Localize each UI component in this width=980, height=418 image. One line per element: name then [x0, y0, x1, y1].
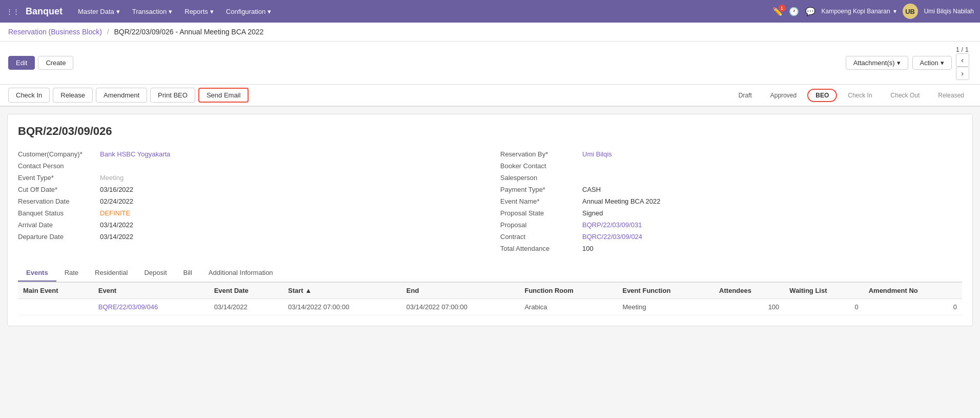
- banquet-status-value: DEFINITE: [100, 209, 130, 217]
- brand-name: Banquet: [26, 6, 63, 17]
- field-total-attendance: Total Attendance 100: [500, 243, 962, 254]
- proposal-value[interactable]: BQRP/22/03/09/031: [582, 221, 642, 229]
- field-arrival-date: Arrival Date 03/14/2022: [18, 219, 480, 231]
- action-button[interactable]: Action ▾: [912, 56, 952, 70]
- field-cutoff-date: Cut Off Date* 03/16/2022: [18, 184, 480, 195]
- cutoff-date-value: 03/16/2022: [100, 186, 133, 193]
- avatar[interactable]: UB: [903, 4, 918, 19]
- attachments-button[interactable]: Attachment(s) ▾: [846, 56, 908, 70]
- page-info: 1 / 1: [956, 46, 969, 53]
- amendment-button[interactable]: Amendment: [96, 88, 147, 103]
- field-reservation-date: Reservation Date 02/24/2022: [18, 195, 480, 207]
- total-attendance-value: 100: [582, 245, 594, 252]
- field-proposal: Proposal BQRP/22/03/09/031: [500, 219, 962, 231]
- top-right-icons: ✏️ 1 🕐 💬 Kampoeng Kopi Banaran ▾ UB Umi …: [772, 4, 974, 19]
- payment-type-value: CASH: [582, 186, 601, 193]
- right-fields: Reservation By* Umi Bilqis Booker Contac…: [500, 148, 962, 254]
- tab-bill[interactable]: Bill: [175, 265, 200, 282]
- col-start[interactable]: Start ▲: [283, 283, 401, 299]
- contract-value[interactable]: BQRC/22/03/09/024: [582, 233, 642, 241]
- event-name-value: Annual Meeting BCA 2022: [582, 197, 661, 205]
- status-released: Released: [930, 89, 972, 102]
- reservation-date-value: 02/24/2022: [100, 197, 133, 205]
- cell-waiting-list: 0: [784, 299, 863, 315]
- field-departure-date: Departure Date 03/14/2022: [18, 231, 480, 243]
- action-bar: Edit Create Attachment(s) ▾ Action ▾ 1 /…: [0, 42, 980, 85]
- prev-page-button[interactable]: ‹: [956, 53, 969, 67]
- breadcrumb-bar: Reservation (Business Block) / BQR/22/03…: [0, 23, 980, 42]
- tab-residential[interactable]: Residential: [87, 265, 136, 282]
- right-actions: Attachment(s) ▾ Action ▾ 1 / 1 ‹ ›: [846, 46, 972, 80]
- tab-events[interactable]: Events: [18, 265, 56, 282]
- workflow-buttons: Check In Release Amendment Print BEO Sen…: [8, 88, 249, 103]
- app-grid-icon[interactable]: ⋮⋮: [6, 8, 19, 15]
- field-customer: Customer(Company)* Bank HSBC Yogyakarta: [18, 148, 480, 160]
- chevron-down-icon: ▾: [116, 8, 120, 15]
- cell-event-function: Meeting: [617, 299, 714, 315]
- next-page-button[interactable]: ›: [956, 67, 969, 80]
- table-row: BQRE/22/03/09/046 03/14/2022 03/14/2022 …: [18, 299, 962, 315]
- event-type-value: Meeting: [100, 174, 124, 182]
- cell-start: 03/14/2022 07:00:00: [283, 299, 401, 315]
- create-button[interactable]: Create: [38, 56, 73, 70]
- main-content: BQR/22/03/09/026 Customer(Company)* Bank…: [7, 114, 973, 326]
- field-reservation-by: Reservation By* Umi Bilqis: [500, 148, 962, 160]
- status-check-in: Check In: [840, 89, 880, 102]
- col-function-room: Function Room: [519, 283, 617, 299]
- breadcrumb-current: BQR/22/03/09/026 - Annual Meeting BCA 20…: [114, 28, 264, 36]
- send-email-button[interactable]: Send Email: [198, 88, 249, 103]
- field-event-type: Event Type* Meeting: [18, 172, 480, 184]
- col-waiting-list: Waiting List: [784, 283, 863, 299]
- breadcrumb-parent[interactable]: Reservation (Business Block): [8, 28, 102, 36]
- nav-master-data[interactable]: Master Data ▾: [73, 5, 125, 18]
- customer-value[interactable]: Bank HSBC Yogyakarta: [100, 150, 170, 158]
- arrival-date-value: 03/14/2022: [100, 221, 133, 229]
- field-proposal-state: Proposal State Signed: [500, 207, 962, 219]
- clock-icon[interactable]: 🕐: [789, 7, 799, 16]
- edit-notification-icon[interactable]: ✏️ 1: [772, 7, 783, 16]
- chevron-down-icon: ▾: [169, 8, 172, 15]
- col-event-date[interactable]: Event Date: [209, 283, 283, 299]
- reservation-by-value[interactable]: Umi Bilqis: [582, 150, 612, 158]
- release-button[interactable]: Release: [53, 88, 93, 103]
- status-check-out: Check Out: [883, 89, 928, 102]
- nav-menu: Master Data ▾ Transaction ▾ Reports ▾ Co…: [73, 5, 772, 18]
- check-in-button[interactable]: Check In: [8, 88, 50, 103]
- col-attendees: Attendees: [714, 283, 784, 299]
- tab-additional-info[interactable]: Additional Information: [200, 265, 281, 282]
- chevron-down-icon: ▾: [210, 8, 214, 15]
- field-booker-contact: Booker Contact: [500, 160, 962, 172]
- nav-configuration[interactable]: Configuration ▾: [221, 5, 276, 18]
- chevron-down-icon: ▾: [268, 8, 271, 15]
- cell-attendees: 100: [714, 299, 784, 315]
- col-amendment-no: Amendment No: [864, 283, 962, 299]
- chevron-down-icon: ▾: [893, 8, 896, 15]
- edit-create-buttons: Edit Create: [8, 56, 73, 70]
- page-navigation: 1 / 1 ‹ ›: [956, 46, 972, 80]
- nav-transaction[interactable]: Transaction ▾: [127, 5, 177, 18]
- col-event-function: Event Function: [617, 283, 714, 299]
- cell-function-room: Arabica: [519, 299, 617, 315]
- tab-rate[interactable]: Rate: [56, 265, 87, 282]
- status-approved: Approved: [763, 89, 804, 102]
- chat-icon[interactable]: 💬: [805, 7, 815, 16]
- col-main-event: Main Event: [18, 283, 93, 299]
- edit-button[interactable]: Edit: [8, 56, 35, 70]
- company-selector[interactable]: Kampoeng Kopi Banaran ▾: [822, 8, 896, 15]
- user-name: Umi Bilqis Nabilah: [924, 8, 974, 15]
- cell-event[interactable]: BQRE/22/03/09/046: [93, 299, 209, 315]
- events-table: Main Event Event Event Date Start ▲ End …: [18, 282, 962, 315]
- col-event: Event: [93, 283, 209, 299]
- print-beo-button[interactable]: Print BEO: [150, 88, 195, 103]
- cell-main-event: [18, 299, 93, 315]
- workflow-bar: Check In Release Amendment Print BEO Sen…: [0, 85, 980, 107]
- top-navigation: ⋮⋮ Banquet Master Data ▾ Transaction ▾ R…: [0, 0, 980, 23]
- cell-amendment-no: 0: [864, 299, 962, 315]
- record-title: BQR/22/03/09/026: [18, 125, 962, 138]
- field-salesperson: Salesperson: [500, 172, 962, 184]
- status-steps: Draft Approved BEO Check In Check Out Re…: [731, 89, 972, 102]
- nav-reports[interactable]: Reports ▾: [179, 5, 219, 18]
- field-banquet-status: Banquet Status DEFINITE: [18, 207, 480, 219]
- breadcrumb: Reservation (Business Block) / BQR/22/03…: [8, 28, 263, 36]
- tab-deposit[interactable]: Deposit: [136, 265, 175, 282]
